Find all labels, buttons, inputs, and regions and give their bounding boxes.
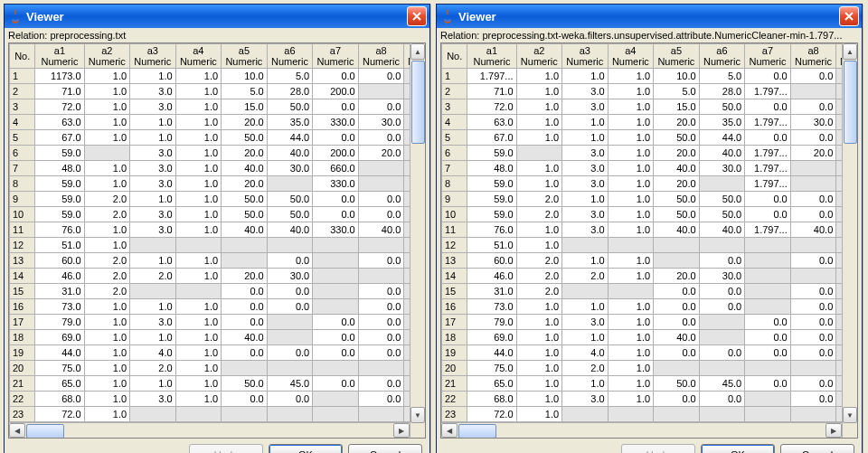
cell[interactable]: 10.0 [222, 69, 268, 84]
cell[interactable] [130, 407, 176, 422]
col-header-a2[interactable]: a2Numeric [516, 44, 562, 69]
cell[interactable]: 330.0 [313, 176, 359, 192]
table-row[interactable]: 372.01.03.01.015.050.00.00.0 [10, 99, 425, 115]
cell[interactable]: 0.0 [699, 284, 745, 299]
cell[interactable]: 0.0 [790, 330, 836, 345]
cell[interactable] [790, 361, 836, 376]
cell[interactable]: 0.0 [654, 299, 700, 315]
table-row[interactable]: 2372.01.0 [442, 407, 857, 422]
cell[interactable]: 1.0 [516, 130, 562, 146]
cell[interactable]: 1.0 [84, 69, 130, 84]
cell[interactable]: 51.0 [467, 238, 516, 253]
cell[interactable]: 3.0 [562, 222, 609, 238]
cell[interactable] [745, 284, 791, 299]
cell[interactable]: 44.0 [267, 130, 313, 146]
cell[interactable]: 0.0 [358, 192, 404, 207]
cell[interactable]: 1.0 [608, 376, 654, 392]
scroll-thumb-h[interactable] [458, 424, 496, 439]
col-header-a7[interactable]: a7Numeric [745, 44, 791, 69]
table-row[interactable]: 567.01.01.01.050.044.00.00.0 [442, 130, 857, 146]
cell[interactable]: 0.0 [313, 99, 359, 115]
cell[interactable]: 35.0 [699, 115, 745, 130]
cell[interactable]: 2.0 [84, 253, 130, 269]
cell[interactable]: 75.0 [35, 361, 84, 376]
cell[interactable] [790, 238, 836, 253]
table-row[interactable]: 1251.01.0 [10, 238, 425, 253]
cell[interactable]: 0.0 [745, 345, 791, 361]
cell[interactable]: 1.0 [516, 330, 562, 345]
cell[interactable]: 40.0 [358, 222, 404, 238]
cell[interactable]: 0.0 [222, 299, 268, 315]
cell[interactable]: 50.0 [222, 130, 268, 146]
cell[interactable]: 1.0 [516, 115, 562, 130]
cell[interactable]: 1.0 [516, 238, 562, 253]
cell[interactable]: 2.0 [84, 207, 130, 222]
table-row[interactable]: 1531.02.00.00.00.0 [10, 284, 425, 299]
cell[interactable]: 0.0 [358, 130, 404, 146]
scroll-right-button[interactable]: ▶ [826, 423, 842, 438]
table-row[interactable]: 1869.01.01.01.040.00.00.0 [442, 330, 857, 345]
cell[interactable]: 3.0 [130, 392, 176, 407]
cell[interactable]: 0.0 [313, 330, 359, 345]
cell[interactable] [699, 361, 745, 376]
cell[interactable]: 67.0 [35, 130, 84, 146]
cell[interactable]: 1.0 [130, 115, 176, 130]
cell[interactable] [745, 269, 791, 284]
cell[interactable]: 2.0 [516, 192, 562, 207]
cell[interactable]: 1.0 [608, 299, 654, 315]
cell[interactable]: 73.0 [35, 299, 84, 315]
table-row[interactable]: 1944.01.04.01.00.00.00.00.0 [10, 345, 425, 361]
cell[interactable]: 1.0 [516, 315, 562, 330]
cell[interactable] [267, 315, 313, 330]
col-header-a6[interactable]: a6Numeric [699, 44, 745, 69]
cell[interactable]: 1.0 [84, 222, 130, 238]
cell[interactable]: 0.0 [313, 192, 359, 207]
cell[interactable]: 60.0 [467, 253, 516, 269]
cell[interactable]: 40.0 [222, 161, 268, 176]
table-row[interactable]: 859.01.03.01.020.0330.0 [10, 176, 425, 192]
cell[interactable]: 0.0 [790, 130, 836, 146]
cell[interactable]: 40.0 [222, 330, 268, 345]
cell[interactable]: 2.0 [562, 269, 609, 284]
cell[interactable] [790, 84, 836, 99]
cell[interactable]: 0.0 [654, 315, 700, 330]
cell[interactable]: 1.0 [516, 176, 562, 192]
scroll-left-button[interactable]: ◀ [9, 423, 25, 438]
cell[interactable]: 15.0 [654, 99, 700, 115]
cell[interactable]: 0.0 [222, 284, 268, 299]
cell[interactable]: 3.0 [130, 315, 176, 330]
cell[interactable]: 50.0 [267, 99, 313, 115]
cell[interactable]: 44.0 [467, 345, 516, 361]
cell[interactable]: 20.0 [654, 146, 700, 161]
table-row[interactable]: 11173.01.01.01.010.05.00.00.0 [10, 69, 425, 84]
cell[interactable]: 0.0 [790, 284, 836, 299]
cell[interactable]: 1.797... [467, 69, 516, 84]
col-header-a7[interactable]: a7Numeric [313, 44, 359, 69]
cell[interactable]: 1.797... [745, 115, 791, 130]
cell[interactable]: 2.0 [516, 269, 562, 284]
cell[interactable] [745, 238, 791, 253]
horizontal-scrollbar[interactable]: ◀ ▶ [9, 422, 425, 438]
cell[interactable]: 1.0 [608, 269, 654, 284]
cell[interactable]: 48.0 [35, 161, 84, 176]
table-row[interactable]: 1360.02.01.01.00.00.0 [10, 253, 425, 269]
ok-button[interactable]: OK [701, 444, 775, 453]
cell[interactable]: 0.0 [654, 284, 700, 299]
cell[interactable]: 0.0 [267, 299, 313, 315]
cell[interactable]: 60.0 [35, 253, 84, 269]
cell[interactable]: 660.0 [313, 161, 359, 176]
cell[interactable]: 20.0 [222, 115, 268, 130]
cell[interactable]: 20.0 [222, 146, 268, 161]
cell[interactable]: 1.0 [175, 130, 222, 146]
cell[interactable]: 50.0 [699, 207, 745, 222]
cell[interactable]: 50.0 [654, 192, 700, 207]
cell[interactable]: 3.0 [562, 207, 609, 222]
col-header-a2[interactable]: a2Numeric [84, 44, 130, 69]
cell[interactable]: 44.0 [35, 345, 84, 361]
cell[interactable]: 0.0 [267, 392, 313, 407]
cell[interactable]: 46.0 [467, 269, 516, 284]
cell[interactable]: 4.0 [562, 345, 609, 361]
col-header-a5[interactable]: a5Numeric [654, 44, 700, 69]
cell[interactable]: 1.797... [745, 161, 791, 176]
col-header-a8[interactable]: a8Numeric [358, 44, 404, 69]
